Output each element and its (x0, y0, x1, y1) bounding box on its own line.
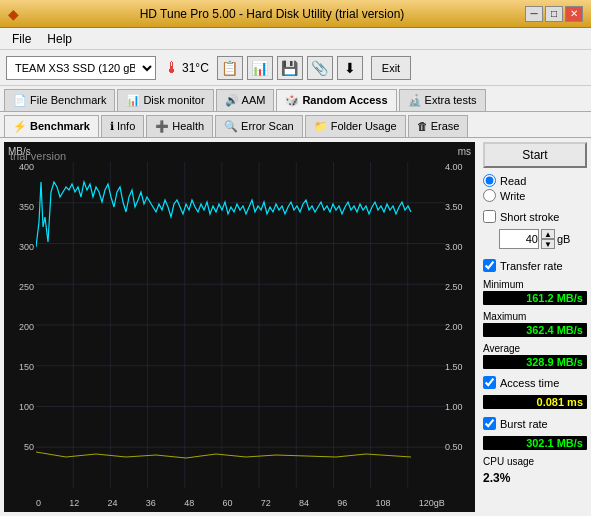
toolbar-btn-5[interactable]: ⬇ (337, 56, 363, 80)
tab-extra-tests[interactable]: 🔬 Extra tests (399, 89, 486, 111)
gb-unit-label: gB (557, 233, 570, 245)
burst-rate-label[interactable]: Burst rate (483, 417, 587, 430)
burst-rate-value: 302.1 MB/s (483, 436, 587, 450)
average-value: 328.9 MB/s (483, 355, 587, 369)
tab-info[interactable]: ℹ Info (101, 115, 144, 137)
average-label: Average (483, 343, 587, 354)
access-time-value: 0.081 ms (483, 395, 587, 409)
write-radio[interactable] (483, 189, 496, 202)
minimize-button[interactable]: ─ (525, 6, 543, 22)
short-stroke-checkbox[interactable] (483, 210, 496, 223)
maximum-value: 362.4 MB/s (483, 323, 587, 337)
cpu-usage-value: 2.3% (483, 471, 587, 485)
toolbar-btn-1[interactable]: 📋 (217, 56, 243, 80)
tab-folder-usage[interactable]: 📁 Folder Usage (305, 115, 406, 137)
start-button[interactable]: Start (483, 142, 587, 168)
y-axis-right: 4.00 3.50 3.00 2.50 2.00 1.50 1.00 0.50 (445, 162, 473, 482)
maximize-button[interactable]: □ (545, 6, 563, 22)
error-scan-icon: 🔍 (224, 120, 238, 133)
info-icon: ℹ (110, 120, 114, 133)
transfer-rate-label[interactable]: Transfer rate (483, 259, 587, 272)
minimum-stat: Minimum 161.2 MB/s (483, 279, 587, 305)
title-bar: ◆ HD Tune Pro 5.00 - Hard Disk Utility (… (0, 0, 591, 28)
toolbar: TEAM XS3 SSD (120 gB) 🌡 31°C 📋 📊 💾 📎 ⬇ E… (0, 50, 591, 86)
stroke-value-input[interactable] (499, 229, 539, 249)
tab-file-benchmark-label: File Benchmark (30, 94, 106, 106)
benchmark-icon: ⚡ (13, 120, 27, 133)
transfer-rate-text: Transfer rate (500, 260, 563, 272)
extra-tests-icon: 🔬 (408, 94, 422, 107)
stroke-spinbutton: ▲ ▼ (541, 229, 555, 249)
trial-watermark: trial version (10, 150, 66, 162)
burst-rate-text: Burst rate (500, 418, 548, 430)
benchmark-chart (36, 162, 445, 488)
tab-erase-label: Erase (431, 120, 460, 132)
cpu-usage-label: CPU usage (483, 456, 587, 467)
folder-usage-icon: 📁 (314, 120, 328, 133)
menu-help[interactable]: Help (39, 30, 80, 48)
tab-folder-usage-label: Folder Usage (331, 120, 397, 132)
drive-selector[interactable]: TEAM XS3 SSD (120 gB) (6, 56, 156, 80)
temperature-display: 🌡 31°C (164, 59, 209, 77)
disk-monitor-icon: 📊 (126, 94, 140, 107)
maximum-stat: Maximum 362.4 MB/s (483, 311, 587, 337)
tab-error-scan[interactable]: 🔍 Error Scan (215, 115, 303, 137)
thermometer-icon: 🌡 (164, 59, 180, 77)
read-label: Read (500, 175, 526, 187)
minimum-value: 161.2 MB/s (483, 291, 587, 305)
tab-random-access[interactable]: 🎲 Random Access (276, 89, 396, 111)
window-controls: ─ □ ✕ (525, 6, 583, 22)
stroke-input-row: ▲ ▼ gB (499, 229, 587, 249)
write-radio-label[interactable]: Write (483, 189, 587, 202)
aam-icon: 🔊 (225, 94, 239, 107)
tab-aam[interactable]: 🔊 AAM (216, 89, 275, 111)
window-title: HD Tune Pro 5.00 - Hard Disk Utility (tr… (19, 7, 525, 21)
tab-health-label: Health (172, 120, 204, 132)
tab-aam-label: AAM (242, 94, 266, 106)
ms-label: ms (458, 146, 471, 157)
menu-bar: File Help (0, 28, 591, 50)
short-stroke-label[interactable]: Short stroke (483, 210, 587, 223)
tab-random-access-label: Random Access (302, 94, 387, 106)
minimum-label: Minimum (483, 279, 587, 290)
file-benchmark-icon: 📄 (13, 94, 27, 107)
main-content: MB/s ms trial version 400 350 300 250 20… (0, 138, 591, 516)
tab-file-benchmark[interactable]: 📄 File Benchmark (4, 89, 115, 111)
x-axis: 0 12 24 36 48 60 72 84 96 108 120gB (36, 498, 445, 508)
tab-row-1: 📄 File Benchmark 📊 Disk monitor 🔊 AAM 🎲 … (0, 86, 591, 112)
tab-benchmark-label: Benchmark (30, 120, 90, 132)
write-label: Write (500, 190, 525, 202)
tab-error-scan-label: Error Scan (241, 120, 294, 132)
tab-extra-tests-label: Extra tests (425, 94, 477, 106)
maximum-label: Maximum (483, 311, 587, 322)
tab-health[interactable]: ➕ Health (146, 115, 213, 137)
access-time-label[interactable]: Access time (483, 376, 587, 389)
menu-file[interactable]: File (4, 30, 39, 48)
toolbar-btn-3[interactable]: 💾 (277, 56, 303, 80)
toolbar-btn-2[interactable]: 📊 (247, 56, 273, 80)
toolbar-btn-4[interactable]: 📎 (307, 56, 333, 80)
read-radio-label[interactable]: Read (483, 174, 587, 187)
tab-disk-monitor[interactable]: 📊 Disk monitor (117, 89, 213, 111)
stroke-down-button[interactable]: ▼ (541, 239, 555, 249)
burst-rate-checkbox[interactable] (483, 417, 496, 430)
health-icon: ➕ (155, 120, 169, 133)
transfer-rate-checkbox[interactable] (483, 259, 496, 272)
tab-erase[interactable]: 🗑 Erase (408, 115, 469, 137)
stroke-up-button[interactable]: ▲ (541, 229, 555, 239)
short-stroke-text: Short stroke (500, 211, 559, 223)
average-stat: Average 328.9 MB/s (483, 343, 587, 369)
access-time-checkbox[interactable] (483, 376, 496, 389)
chart-area: MB/s ms trial version 400 350 300 250 20… (4, 142, 475, 512)
access-time-text: Access time (500, 377, 559, 389)
right-panel: Start Read Write Short stroke ▲ ▼ gB (479, 138, 591, 516)
erase-icon: 🗑 (417, 120, 428, 132)
tab-benchmark[interactable]: ⚡ Benchmark (4, 115, 99, 137)
y-axis-left: 400 350 300 250 200 150 100 50 (6, 162, 34, 482)
tab-disk-monitor-label: Disk monitor (143, 94, 204, 106)
exit-button[interactable]: Exit (371, 56, 411, 80)
app-icon: ◆ (8, 6, 19, 22)
close-button[interactable]: ✕ (565, 6, 583, 22)
read-radio[interactable] (483, 174, 496, 187)
tab-row-2: ⚡ Benchmark ℹ Info ➕ Health 🔍 Error Scan… (0, 112, 591, 138)
